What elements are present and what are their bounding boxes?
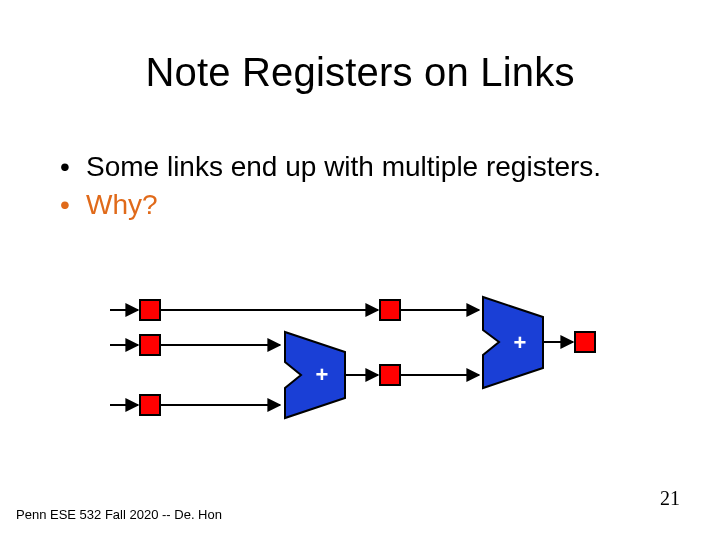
slide-title: Note Registers on Links	[0, 50, 720, 95]
adder: +	[285, 332, 345, 418]
register	[380, 365, 400, 385]
plus-icon: +	[514, 330, 527, 355]
slide-footer: Penn ESE 532 Fall 2020 -- De. Hon	[16, 507, 222, 522]
register	[140, 335, 160, 355]
bullet-text: Why?	[86, 189, 158, 220]
adder: +	[483, 297, 543, 388]
register	[575, 332, 595, 352]
register	[140, 395, 160, 415]
plus-icon: +	[316, 362, 329, 387]
register	[140, 300, 160, 320]
bullet-item: Some links end up with multiple register…	[60, 150, 660, 184]
page-number: 21	[660, 487, 680, 510]
bullet-list: Some links end up with multiple register…	[60, 150, 660, 226]
bullet-item: Why?	[60, 188, 660, 222]
slide: Note Registers on Links Some links end u…	[0, 0, 720, 540]
pipeline-diagram: + +	[110, 290, 610, 460]
register	[380, 300, 400, 320]
bullet-text: Some links end up with multiple register…	[86, 151, 601, 182]
diagram-svg: + +	[110, 290, 610, 460]
